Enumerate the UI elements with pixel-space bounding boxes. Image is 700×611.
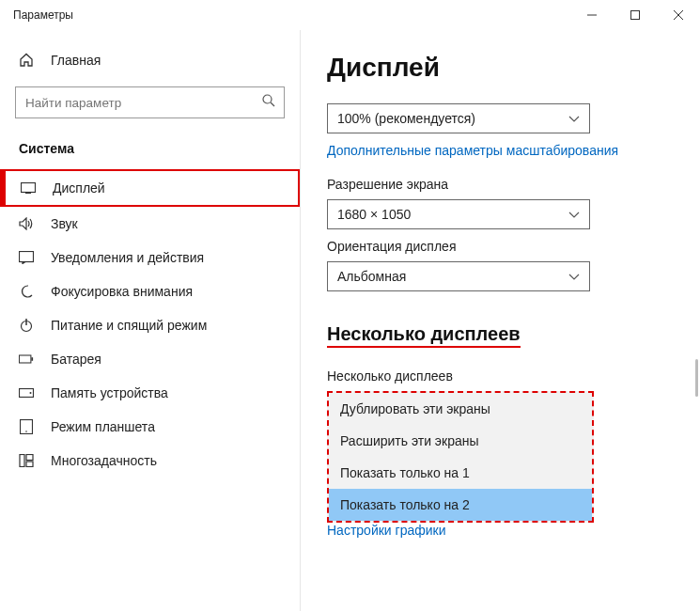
svg-rect-19 xyxy=(26,462,33,467)
tablet-icon xyxy=(19,419,34,434)
nav-label: Многозадачность xyxy=(51,453,157,468)
nav-label: Батарея xyxy=(51,352,101,367)
sound-icon xyxy=(19,217,34,230)
svg-rect-8 xyxy=(20,252,34,262)
search-icon xyxy=(262,94,275,111)
svg-point-4 xyxy=(263,95,272,103)
svg-point-14 xyxy=(30,392,32,394)
sidebar-item-focus[interactable]: Фокусировка внимания xyxy=(0,274,300,308)
svg-rect-17 xyxy=(20,455,24,467)
sidebar-item-storage[interactable]: Память устройства xyxy=(0,376,300,410)
multi-displays-heading: Несколько дисплеев xyxy=(327,323,521,348)
orientation-label: Ориентация дисплея xyxy=(327,239,674,254)
multitasking-icon xyxy=(19,454,34,467)
notifications-icon xyxy=(19,251,34,264)
chevron-down-icon xyxy=(568,111,580,126)
focus-icon xyxy=(19,284,34,299)
window-title: Параметры xyxy=(13,8,73,22)
home-icon xyxy=(19,53,34,68)
nav-label: Дисплей xyxy=(53,180,105,196)
scrollbar[interactable] xyxy=(695,359,698,397)
storage-icon xyxy=(19,388,34,398)
scale-dropdown[interactable]: 100% (рекомендуется) xyxy=(327,103,590,133)
sidebar-item-tablet[interactable]: Режим планшета xyxy=(0,410,300,444)
svg-point-16 xyxy=(25,431,27,432)
sidebar-item-battery[interactable]: Батарея xyxy=(0,342,300,376)
dropdown-option-selected[interactable]: Показать только на 2 xyxy=(329,489,592,521)
power-icon xyxy=(19,318,34,333)
svg-rect-11 xyxy=(19,355,30,363)
display-icon xyxy=(21,182,36,194)
scaling-link[interactable]: Дополнительные параметры масштабирования xyxy=(327,143,674,158)
sidebar-item-display[interactable]: Дисплей xyxy=(0,169,300,207)
orientation-dropdown[interactable]: Альбомная xyxy=(327,261,590,291)
nav-label: Фокусировка внимания xyxy=(51,284,193,299)
resolution-label: Разрешение экрана xyxy=(327,177,674,192)
sidebar-item-multitasking[interactable]: Многозадачность xyxy=(0,444,300,478)
resolution-dropdown[interactable]: 1680 × 1050 xyxy=(327,199,590,229)
multi-displays-label: Несколько дисплеев xyxy=(327,368,674,384)
category-label: Система xyxy=(0,135,300,169)
chevron-down-icon xyxy=(568,269,580,284)
svg-rect-12 xyxy=(31,357,33,361)
svg-rect-6 xyxy=(22,183,36,193)
svg-rect-18 xyxy=(26,455,33,461)
svg-rect-1 xyxy=(631,11,640,20)
chevron-down-icon xyxy=(568,207,580,222)
nav-label: Уведомления и действия xyxy=(51,250,204,265)
nav-label: Память устройства xyxy=(51,385,168,400)
sidebar-item-sound[interactable]: Звук xyxy=(0,207,300,241)
sidebar-item-power[interactable]: Питание и спящий режим xyxy=(0,308,300,342)
multi-displays-dropdown-open[interactable]: Дублировать эти экраны Расширить эти экр… xyxy=(327,391,594,523)
minimize-button[interactable] xyxy=(570,0,614,30)
graphics-settings-link[interactable]: Настройки графики xyxy=(327,523,446,538)
sidebar-item-notifications[interactable]: Уведомления и действия xyxy=(0,241,300,274)
dropdown-option[interactable]: Расширить эти экраны xyxy=(329,425,592,457)
maximize-button[interactable] xyxy=(614,0,657,30)
page-title: Дисплей xyxy=(327,53,674,83)
nav-label: Звук xyxy=(51,216,78,231)
search-input[interactable] xyxy=(15,86,285,118)
close-button[interactable] xyxy=(657,0,700,30)
svg-line-5 xyxy=(271,102,274,106)
scale-value: 100% (рекомендуется) xyxy=(337,111,475,126)
home-link[interactable]: Главная xyxy=(0,43,300,77)
nav-label: Питание и спящий режим xyxy=(51,318,207,333)
nav-label: Режим планшета xyxy=(51,419,155,434)
home-label: Главная xyxy=(51,53,101,68)
dropdown-option[interactable]: Дублировать эти экраны xyxy=(329,393,592,425)
battery-icon xyxy=(19,354,34,364)
dropdown-option[interactable]: Показать только на 1 xyxy=(329,457,592,489)
resolution-value: 1680 × 1050 xyxy=(337,207,411,222)
orientation-value: Альбомная xyxy=(337,269,406,284)
